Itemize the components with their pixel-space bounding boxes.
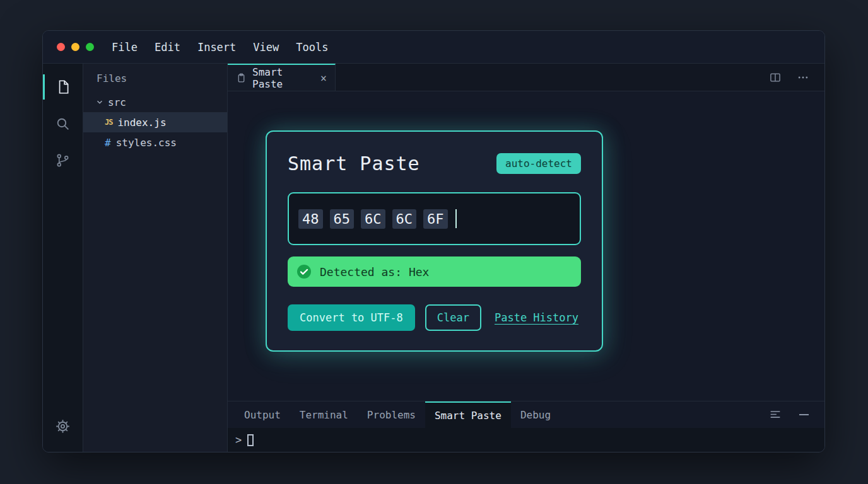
bottom-panel: Output Terminal Problems Smart Paste Deb… [228,401,824,452]
hex-byte: 65 [330,209,355,229]
editor-tab-bar: Smart Paste × [228,64,824,91]
panel-tab-problems[interactable]: Problems [358,401,425,428]
smart-paste-card: Smart Paste auto-detect 48 65 6C 6C 6F [266,130,603,352]
app-window: File Edit Insert View Tools [42,30,825,452]
convert-button[interactable]: Convert to UTF-8 [288,304,415,331]
panel-tab-smart-paste[interactable]: Smart Paste [425,401,511,428]
text-caret [455,209,457,228]
tab-close-icon[interactable]: × [320,72,327,84]
title-bar: File Edit Insert View Tools [43,31,824,64]
source-control-icon[interactable] [43,142,83,178]
split-editor-icon[interactable] [769,71,782,84]
tab-label: Smart Paste [252,66,313,90]
paste-history-link[interactable]: Paste History [495,311,578,324]
output-lines-icon[interactable] [768,408,782,422]
terminal-row[interactable]: > [228,428,824,452]
chevron-down-icon [95,98,104,107]
menu-edit[interactable]: Edit [155,41,180,54]
terminal-cursor [247,434,254,446]
menu-view[interactable]: View [253,41,279,54]
check-circle-icon [296,264,312,279]
file-label: styles.css [116,137,177,149]
minimize-window-button[interactable] [71,43,79,51]
more-actions-icon[interactable] [797,71,809,84]
panel-tab-output[interactable]: Output [235,401,290,428]
search-icon[interactable] [43,105,83,142]
menu-file[interactable]: File [112,41,138,54]
card-title: Smart Paste [288,153,420,175]
file-label: index.js [117,117,166,129]
file-styles-css[interactable]: # styles.css [83,132,227,153]
hex-byte: 6C [392,209,417,229]
menu-tools[interactable]: Tools [296,41,328,54]
sidebar-header: Files [83,71,227,92]
editor-area: Smart Paste auto-detect 48 65 6C 6C 6F [228,91,824,401]
prompt-chevron: > [235,434,242,446]
panel-tab-terminal[interactable]: Terminal [290,401,358,428]
js-file-icon: JS [105,118,112,127]
tab-smart-paste[interactable]: Smart Paste × [228,64,336,91]
detection-status-banner: Detected as: Hex [288,256,581,287]
settings-gear-icon[interactable] [43,408,83,444]
panel-tab-bar: Output Terminal Problems Smart Paste Deb… [228,401,824,428]
file-index-js[interactable]: JS index.js [83,112,227,132]
menu-insert[interactable]: Insert [197,41,236,54]
hex-byte: 48 [298,209,323,229]
clipboard-icon [236,72,247,83]
traffic-lights [57,43,94,51]
panel-tab-debug[interactable]: Debug [511,401,560,428]
zoom-window-button[interactable] [86,43,94,51]
hex-input-field[interactable]: 48 65 6C 6C 6F [288,192,581,245]
file-explorer-sidebar: Files src JS index.js # styles.css [83,64,228,452]
hex-byte: 6C [361,209,385,229]
folder-label: src [108,96,126,108]
status-text: Detected as: Hex [320,265,429,279]
clear-button[interactable]: Clear [425,304,481,331]
css-file-icon: # [105,137,111,149]
collapse-panel-icon[interactable] [799,414,809,415]
hex-byte: 6F [423,209,448,229]
activity-bar [43,64,83,452]
close-window-button[interactable] [57,43,65,51]
menu-bar: File Edit Insert View Tools [112,41,328,54]
explorer-icon[interactable] [43,69,83,105]
auto-detect-badge: auto-detect [496,153,581,174]
folder-src[interactable]: src [83,92,227,112]
